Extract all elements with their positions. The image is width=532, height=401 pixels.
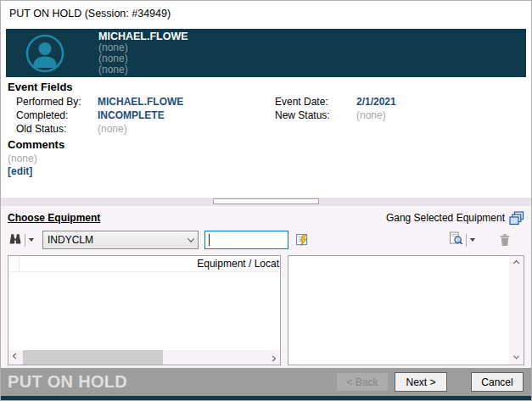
next-button[interactable]: Next > — [395, 372, 447, 392]
combobox-selected-value: INDYCLM — [48, 234, 188, 246]
field-old-status: Old Status: (none) — [16, 122, 266, 136]
selected-equipment-controls — [448, 230, 524, 250]
gang-selected-group: Gang Selected Equipment — [386, 211, 524, 226]
field-event-date: Event Date: 2/1/2021 — [275, 95, 524, 109]
vertical-scrollbar[interactable] — [509, 256, 524, 365]
user-avatar-icon — [25, 34, 64, 73]
event-fields-grid: Performed By: MICHAEL.FLOWE Completed: I… — [8, 95, 524, 136]
event-fields-heading: Event Fields — [8, 81, 524, 93]
equipment-location-column-header[interactable]: Equipment / Locat — [20, 258, 280, 270]
field-value: INCOMPLETE — [98, 109, 165, 121]
choose-equipment-link[interactable]: Choose Equipment — [8, 212, 100, 224]
list-selector-column — [8, 256, 20, 271]
text-cursor — [209, 234, 210, 246]
split-divider — [466, 234, 467, 247]
field-value: (none) — [356, 109, 386, 121]
footer-buttons: < Back Next > Cancel — [336, 372, 524, 392]
selected-equipment-list-body[interactable] — [288, 256, 509, 365]
dialog-bottom-border — [1, 396, 531, 400]
comments-edit-link[interactable]: [edit] — [8, 165, 32, 178]
field-value: 2/1/2021 — [356, 96, 396, 108]
scroll-down-arrow[interactable] — [509, 350, 524, 365]
user-detail-line: (none) — [98, 64, 188, 75]
delete-equipment-button[interactable] — [498, 233, 512, 247]
equipment-header-row: Choose Equipment Gang Selected Equipment — [8, 210, 524, 226]
comments-value: (none) — [8, 153, 524, 165]
quick-edit-button[interactable] — [295, 233, 309, 247]
preview-caret-icon[interactable] — [470, 238, 475, 242]
comments-heading: Comments — [8, 138, 524, 151]
event-fields-section: Event Fields Performed By: MICHAEL.FLOWE… — [1, 77, 531, 198]
field-completed: Completed: INCOMPLETE — [16, 109, 266, 122]
user-banner-text: MICHAEL.FLOWE (none) (none) (none) — [98, 31, 188, 75]
equipment-list-body[interactable] — [8, 272, 280, 350]
user-banner-wrap: MICHAEL.FLOWE (none) (none) (none) — [1, 25, 531, 77]
selected-equipment-panel — [288, 255, 524, 365]
equipment-list-header-row[interactable]: Equipment / Locat — [8, 256, 280, 272]
pane-splitter[interactable] — [1, 198, 531, 206]
horizontal-scrollbar[interactable] — [8, 350, 280, 365]
gang-selected-label: Gang Selected Equipment — [386, 212, 505, 224]
field-value: MICHAEL.FLOWE — [98, 96, 183, 108]
equipment-list-panel: Equipment / Locat — [8, 255, 281, 365]
horizontal-scroll-track[interactable] — [23, 350, 266, 365]
scroll-left-arrow[interactable] — [8, 350, 23, 365]
preview-document-icon — [449, 231, 463, 248]
horizontal-scroll-thumb[interactable] — [23, 350, 163, 365]
splitter-grab-handle[interactable] — [213, 198, 319, 204]
equipment-panels: Equipment / Locat — [8, 255, 524, 365]
split-divider — [25, 234, 25, 247]
field-label: Completed: — [16, 109, 98, 121]
wizard-footer: PUT ON HOLD < Back Next > Cancel — [1, 367, 531, 396]
equipment-controls-row: INDYCLM — [8, 227, 524, 253]
user-name: MICHAEL.FLOWE — [98, 31, 188, 42]
user-banner: MICHAEL.FLOWE (none) (none) (none) — [6, 29, 526, 77]
search-input-wrap — [204, 231, 288, 249]
equipment-search-input[interactable] — [204, 231, 288, 249]
scroll-up-arrow[interactable] — [509, 256, 524, 270]
find-caret-icon[interactable] — [29, 238, 34, 242]
find-split-button[interactable] — [8, 231, 35, 250]
put-on-hold-dialog: PUT ON HOLD (Session: #34949) MICHAEL.FL… — [0, 0, 532, 401]
preview-split-button[interactable] — [448, 230, 476, 250]
field-label: Event Date: — [275, 96, 356, 108]
dialog-title: PUT ON HOLD (Session: #34949) — [9, 8, 171, 19]
back-button[interactable]: < Back — [336, 372, 389, 392]
cancel-button[interactable]: Cancel — [471, 372, 524, 392]
field-label: Old Status: — [16, 123, 98, 135]
chevron-down-icon — [188, 235, 194, 242]
gang-equipment-icon[interactable] — [509, 211, 524, 226]
field-performed-by: Performed By: MICHAEL.FLOWE — [16, 95, 266, 109]
choose-equipment-section: Choose Equipment Gang Selected Equipment — [1, 206, 531, 367]
field-new-status: New Status: (none) — [275, 109, 524, 122]
field-label: Performed By: — [16, 96, 98, 108]
equipment-filter-combobox[interactable]: INDYCLM — [42, 231, 199, 249]
scroll-right-arrow[interactable] — [266, 350, 280, 365]
dialog-titlebar: PUT ON HOLD (Session: #34949) — [1, 1, 531, 25]
field-label: New Status: — [275, 109, 356, 121]
binoculars-icon — [8, 232, 22, 248]
footer-title: PUT ON HOLD — [8, 372, 127, 392]
field-value: (none) — [98, 123, 127, 135]
